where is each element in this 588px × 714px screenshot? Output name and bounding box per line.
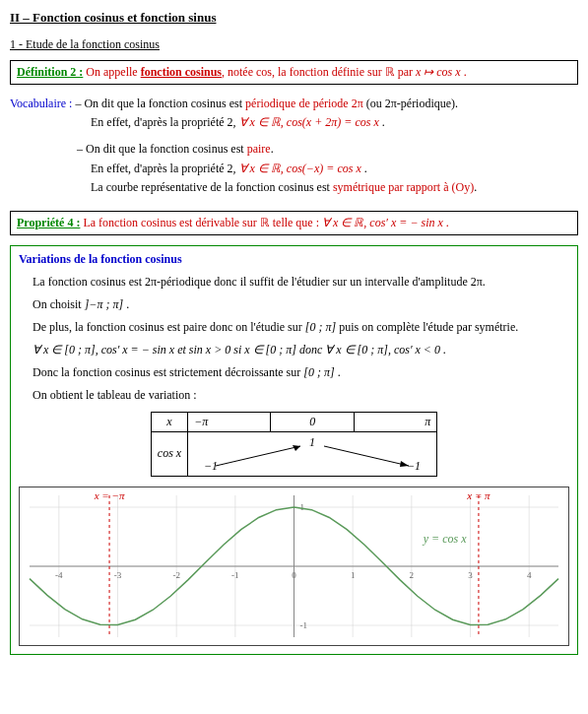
prop-set: ℝ <box>260 216 270 229</box>
v5b: [0 ; π] <box>303 365 334 379</box>
var-line1: La fonction cosinus est 2π-périodique do… <box>33 273 569 291</box>
var-line6: On obtient le tableau de variation : <box>33 386 569 404</box>
v5a: Donc la fonction cosinus est strictement… <box>33 365 303 379</box>
vocab-item2-d: En effet, d'après la propriété 2, <box>91 162 239 175</box>
svg-text:x = −π: x = −π <box>94 489 125 501</box>
variations-box: Variations de la fonction cosinus La fon… <box>10 245 578 655</box>
prop-a: La fonction cosinus est dérivable sur <box>83 216 259 229</box>
def-map: x ↦ cos x <box>416 65 461 79</box>
vocab-item2-h: symétrique par rapport à (Oy) <box>333 180 474 194</box>
v2c: . <box>123 297 129 311</box>
vt-arrows: 1 −1 −1 <box>188 431 437 476</box>
prop-b: telle que : <box>270 216 322 229</box>
var-line4: ∀ x ∈ [0 ; π], cos′ x = − sin x et sin x… <box>33 341 569 358</box>
svg-text:-1: -1 <box>300 620 308 630</box>
property-label: Propriété 4 : <box>17 216 80 229</box>
prop-formula: ∀ x ∈ ℝ, cos′ x = − sin x <box>322 216 443 229</box>
vocab-item2-f: . <box>361 162 367 175</box>
svg-text:4: 4 <box>527 570 532 580</box>
variations-title: Variations de la fonction cosinus <box>19 252 569 267</box>
definition-box: Définition 2 : On appelle fonction cosin… <box>10 60 578 85</box>
def-mid2: par <box>395 65 416 79</box>
def-mid: , notée cos, la fonction définie sur <box>222 65 385 79</box>
var-line2: On choisit ]−π ; π] . <box>33 295 569 313</box>
vocab-item1-a: – On dit que la fonction cosinus est <box>75 97 245 110</box>
svg-text:3: 3 <box>468 570 473 580</box>
vocab-item1-e: ∀ x ∈ ℝ, cos(x + 2π) = cos x <box>239 115 379 129</box>
subsection-title: 1 - Etude de la fonction cosinus <box>10 37 578 52</box>
vocab-item2-b: paire <box>247 142 271 156</box>
svg-text:y = cos x: y = cos x <box>423 532 467 546</box>
property-text: La fonction cosinus est dérivable sur ℝ … <box>83 216 448 229</box>
svg-text:1: 1 <box>351 570 356 580</box>
vocab-item2-a: – On dit que la fonction cosinus est <box>77 142 247 156</box>
vocab-item1-c: (ou 2π-périodique). <box>363 97 458 110</box>
vocab-item2-e: ∀ x ∈ ℝ, cos(−x) = cos x <box>239 162 361 175</box>
svg-text:1: 1 <box>300 502 305 512</box>
v3b: [0 ; π] <box>305 320 336 334</box>
section-title: II – Fonction cosinus et fonction sinus <box>10 10 578 26</box>
vt-valm1b: −1 <box>407 459 421 473</box>
vt-mpi: −π <box>188 412 271 431</box>
def-pre: On appelle <box>86 65 140 79</box>
def-end: . <box>461 65 467 79</box>
cosine-chart: -4-3-2-101234-11x = −πx = πy = cos x <box>19 487 569 646</box>
vocab-label: Vocabulaire : <box>10 97 72 110</box>
svg-text:-4: -4 <box>55 570 63 580</box>
vocab-item2-i: . <box>474 180 477 194</box>
vocabulary-block: Vocabulaire : – On dit que la fonction c… <box>10 95 578 197</box>
vt-0: 0 <box>271 412 354 431</box>
vocab-item1-d: En effet, d'après la propriété 2, <box>91 115 239 129</box>
vt-valm1a: −1 <box>204 459 218 473</box>
var-line5: Donc la fonction cosinus est strictement… <box>33 363 569 381</box>
vocab-item1-f: . <box>379 115 385 129</box>
vocab-item2-c: . <box>271 142 274 156</box>
vocab-item2-g: La courbe représentative de la fonction … <box>91 180 333 194</box>
variation-arrows-svg: 1 −1 −1 <box>194 434 430 474</box>
def-set: ℝ <box>385 65 395 79</box>
cosine-svg: -4-3-2-101234-11x = −πx = πy = cos x <box>20 487 568 645</box>
v3c: puis on complète l'étude par symétrie. <box>336 320 518 334</box>
variation-table: x −π 0 π cos x 1 −1 −1 <box>151 412 437 477</box>
v3a: De plus, la fonction cosinus est paire d… <box>33 320 305 334</box>
vt-val1: 1 <box>309 435 315 449</box>
vt-x: x <box>151 412 187 431</box>
vt-pi: π <box>354 412 436 431</box>
svg-text:2: 2 <box>410 570 415 580</box>
property-box: Propriété 4 : La fonction cosinus est dé… <box>10 211 578 235</box>
def-term: fonction cosinus <box>141 65 222 79</box>
definition-label: Définition 2 : <box>17 65 83 79</box>
var-line3: De plus, la fonction cosinus est paire d… <box>33 318 569 336</box>
svg-text:-3: -3 <box>114 570 122 580</box>
svg-text:x = π: x = π <box>466 489 490 501</box>
vt-cos: cos x <box>151 431 187 476</box>
v2b: ]−π ; π] <box>85 297 123 311</box>
svg-text:-1: -1 <box>231 570 239 580</box>
definition-text: On appelle fonction cosinus, notée cos, … <box>86 65 466 79</box>
prop-c: . <box>443 216 449 229</box>
vocab-item1-b: périodique de période 2π <box>245 97 363 110</box>
v5c: . <box>335 365 341 379</box>
svg-line-0 <box>216 446 300 466</box>
svg-line-2 <box>324 446 409 466</box>
svg-text:-2: -2 <box>172 570 180 580</box>
v2a: On choisit <box>33 297 85 311</box>
